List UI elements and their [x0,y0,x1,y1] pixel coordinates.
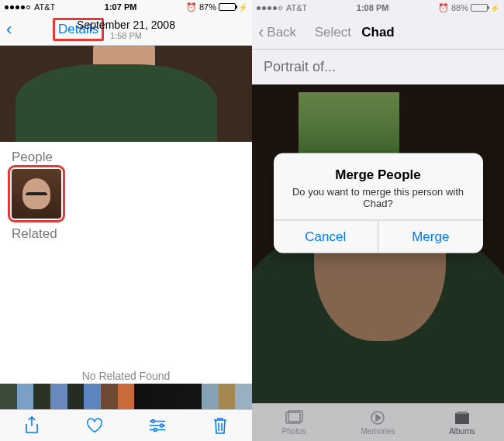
nav-bar: ‹ September 21, 2008 1:58 PM Details [0,14,252,46]
tab-photos[interactable]: Photos [252,404,336,441]
adjust-button[interactable] [148,416,167,435]
status-bar: AT&T 1:08 PM ⏰ 88% ⚡ [252,0,504,16]
memories-icon [368,410,387,425]
details-button[interactable]: Details [53,18,104,41]
alarm-icon: ⏰ [438,3,449,13]
back-button[interactable]: ‹ [6,19,53,40]
signal-dots-icon [5,5,30,9]
tab-memories[interactable]: Memories [336,404,419,441]
carrier-label: AT&T [34,2,55,12]
svg-point-1 [161,424,164,427]
chevron-left-icon: ‹ [258,22,264,43]
sliders-icon [148,418,167,433]
favorite-button[interactable] [85,416,104,435]
related-section-label: Related [0,219,252,246]
status-right: ⏰ 87% ⚡ [186,2,247,12]
back-label: Back [267,25,296,40]
svg-rect-6 [455,413,469,424]
status-right: ⏰ 88% ⚡ [438,3,499,13]
battery-pct: 88% [451,3,468,12]
alarm-icon: ⏰ [186,2,197,12]
select-button[interactable]: Select [305,25,351,40]
left-screen: AT&T 1:07 PM ⏰ 87% ⚡ ‹ September 21, 200… [0,0,252,441]
share-button[interactable] [22,416,41,435]
clock-label: 1:07 PM [55,2,186,12]
photos-icon [285,410,303,425]
back-button[interactable]: ‹ Back [258,22,305,43]
alert-message: Do you want to merge this person with Ch… [286,185,471,208]
tab-bar: Photos Memories Albums [252,403,504,441]
no-related-label: No Related Found [0,370,252,382]
signal-dots-icon [257,6,282,10]
charging-icon: ⚡ [238,3,247,12]
alert-title: Merge People [286,167,471,182]
photo-preview[interactable] [0,46,252,142]
share-icon [24,416,40,435]
svg-point-0 [152,420,155,423]
merge-alert: Merge People Do you want to merge this p… [274,153,483,253]
trash-button[interactable] [211,416,230,435]
svg-point-5 [371,412,384,424]
right-screen: AT&T 1:08 PM ⏰ 88% ⚡ ‹ Back Chad Select … [252,0,504,441]
people-face-thumb[interactable] [12,169,61,219]
status-bar: AT&T 1:07 PM ⏰ 87% ⚡ [0,0,252,14]
chevron-left-icon: ‹ [6,19,12,40]
carrier-label: AT&T [286,3,307,12]
battery-icon [219,3,236,11]
trash-icon [212,416,228,435]
svg-rect-3 [286,412,300,423]
cancel-button[interactable]: Cancel [274,220,379,253]
svg-point-2 [154,429,157,432]
svg-rect-4 [288,411,302,422]
photo-scrubber[interactable] [0,384,252,409]
charging-icon: ⚡ [490,4,499,12]
svg-rect-7 [457,412,468,414]
people-section-label: People [0,142,252,169]
albums-icon [453,410,471,425]
bottom-toolbar [0,409,252,441]
clock-label: 1:08 PM [307,3,438,12]
heart-icon [85,417,104,434]
nav-bar: ‹ Back Chad Select [252,16,504,50]
tab-albums[interactable]: Albums [420,404,504,441]
merge-button[interactable]: Merge [378,220,483,253]
battery-icon [471,4,488,12]
battery-pct: 87% [199,2,216,12]
portrait-label: Portrait of... [252,50,504,84]
